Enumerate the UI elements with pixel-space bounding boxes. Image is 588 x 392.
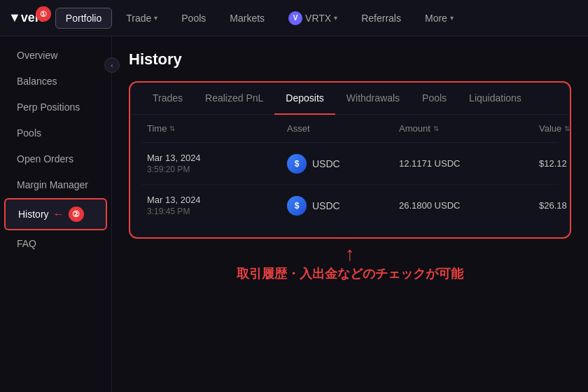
sidebar-item-balances[interactable]: Balances (4, 69, 107, 94)
arrow-indicator-icon: ← (53, 208, 64, 220)
cell-amount-2: 26.1800 USDC (399, 200, 539, 211)
bottom-annotation: ↑ 取引履歴・入出金などのチェックが可能 (129, 244, 571, 282)
tab-liquidations[interactable]: Liquidations (458, 83, 533, 115)
sidebar-item-overview[interactable]: Overview (4, 43, 107, 68)
cell-asset-2: $ USDC (287, 196, 399, 216)
sidebar-collapse-button[interactable]: ‹ (104, 57, 120, 73)
col-amount: Amount ⇅ (399, 123, 539, 134)
table-row: Mar 13, 2024 3:59:20 PM $ USDC 12.1171 U… (141, 143, 559, 185)
nav-markets[interactable]: Markets (220, 8, 274, 28)
col-asset: Asset (287, 123, 399, 134)
table-row: Mar 13, 2024 3:19:45 PM $ USDC 26.1800 U… (141, 185, 559, 226)
table-header: Time ⇅ Asset Amount ⇅ Value ⇅ (141, 115, 559, 143)
tab-deposits[interactable]: Deposits (274, 83, 335, 115)
vrtx-icon: V (288, 11, 302, 25)
deposits-table: Time ⇅ Asset Amount ⇅ Value ⇅ (130, 115, 570, 237)
sidebar-badge: ② (69, 206, 84, 222)
nav-referrals[interactable]: Referrals (351, 8, 411, 28)
col-time: Time ⇅ (147, 123, 287, 134)
history-card: Trades Realized PnL Deposits Withdrawals… (129, 81, 571, 239)
usdc-icon: $ (287, 196, 307, 216)
chevron-down-icon: ▾ (154, 14, 158, 22)
sidebar-item-faq[interactable]: FAQ (4, 231, 107, 256)
cell-time-2: Mar 13, 2024 3:19:45 PM (147, 195, 287, 216)
sidebar-item-margin-manager[interactable]: Margin Manager (4, 172, 107, 197)
tab-realized-pnl[interactable]: Realized PnL (194, 83, 274, 115)
main-layout: ‹ Overview Balances Perp Positions Pools… (0, 36, 588, 392)
main-content: History Trades Realized PnL Deposits Wit… (112, 36, 588, 392)
sidebar-item-perp-positions[interactable]: Perp Positions (4, 94, 107, 120)
cell-value-2: $26.18 (539, 200, 571, 211)
sidebar: ‹ Overview Balances Perp Positions Pools… (0, 36, 112, 392)
logo[interactable]: ▼vert ① (8, 10, 44, 25)
chevron-down-icon: ▾ (334, 14, 337, 22)
nav-more[interactable]: More ▾ (415, 8, 463, 28)
tab-pools[interactable]: Pools (411, 83, 458, 115)
sidebar-item-open-orders[interactable]: Open Orders (4, 146, 107, 172)
cell-amount-1: 12.1171 USDC (399, 158, 539, 169)
tab-trades[interactable]: Trades (141, 83, 194, 115)
usdc-icon: $ (287, 154, 307, 174)
sidebar-item-history[interactable]: History ← ② (4, 198, 107, 230)
nav-pools[interactable]: Pools (172, 8, 216, 28)
sort-icon[interactable]: ⇅ (564, 125, 570, 132)
logo-badge: ① (36, 6, 51, 22)
sort-icon[interactable]: ⇅ (433, 125, 439, 132)
col-value: Value ⇅ (539, 123, 571, 134)
cell-value-1: $12.12 (539, 158, 571, 169)
sort-icon[interactable]: ⇅ (169, 125, 175, 132)
tab-bar: Trades Realized PnL Deposits Withdrawals… (130, 83, 570, 115)
top-nav: ▼vert ① Portfolio Trade ▾ Pools Markets … (0, 0, 588, 36)
cell-asset-1: $ USDC (287, 154, 399, 174)
cell-time-1: Mar 13, 2024 3:59:20 PM (147, 153, 287, 174)
annotation-text: 取引履歴・入出金などのチェックが可能 (129, 265, 571, 282)
tab-withdrawals[interactable]: Withdrawals (335, 83, 411, 115)
nav-trade[interactable]: Trade ▾ (116, 8, 167, 28)
nav-vrtx[interactable]: V VRTX ▾ (279, 7, 347, 29)
sidebar-item-pools[interactable]: Pools (4, 120, 107, 146)
page-title: History (129, 50, 571, 69)
up-arrow-icon: ↑ (129, 244, 571, 264)
chevron-down-icon: ▾ (450, 14, 454, 22)
nav-portfolio[interactable]: Portfolio (55, 8, 112, 29)
